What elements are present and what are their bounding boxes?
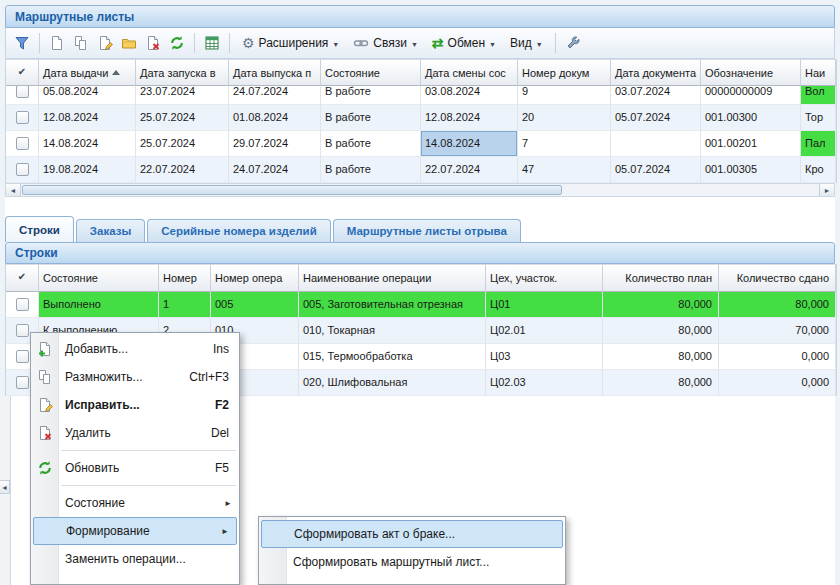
cell[interactable]: 25.07.2024 xyxy=(136,131,229,157)
cell[interactable]: 22.07.2024 xyxy=(136,157,229,183)
row-checkbox[interactable] xyxy=(16,324,29,337)
cell[interactable]: Ц02.03 xyxy=(486,370,603,396)
cell[interactable]: В работе xyxy=(321,105,421,131)
column-header[interactable]: Дата выдачи xyxy=(39,59,136,86)
context-menu-item[interactable]: УдалитьDel xyxy=(31,419,239,447)
row-checkbox[interactable] xyxy=(16,163,29,176)
cell[interactable]: 001.00201 xyxy=(701,131,801,157)
cell[interactable]: 015, Термообработка xyxy=(299,344,486,370)
cell[interactable]: В работе xyxy=(321,131,421,157)
cell[interactable]: 05.07.2024 xyxy=(611,157,701,183)
context-menu-item[interactable]: Сформировать маршрутный лист... xyxy=(259,548,565,576)
column-header[interactable]: Дата смены сос xyxy=(421,59,518,86)
cell[interactable]: 12.08.2024 xyxy=(39,105,136,131)
tab-lines[interactable]: Строки xyxy=(5,216,74,242)
cell[interactable]: 1 xyxy=(159,292,211,318)
cell[interactable]: Ц02.01 xyxy=(486,318,603,344)
cell[interactable]: 010, Токарная xyxy=(299,318,486,344)
column-header[interactable]: Наи xyxy=(801,59,836,86)
context-menu-item[interactable]: Состояние► xyxy=(31,489,239,517)
cell[interactable]: 24.07.2024 xyxy=(229,86,321,105)
row-select-cell[interactable] xyxy=(6,292,39,318)
cell[interactable]: 19.08.2024 xyxy=(39,157,136,183)
delete-document-button[interactable] xyxy=(141,31,165,55)
row-checkbox[interactable] xyxy=(16,86,29,98)
column-header[interactable]: Дата выпуска п xyxy=(229,59,321,86)
excel-export-button[interactable] xyxy=(200,31,224,55)
cell[interactable]: В работе xyxy=(321,86,421,105)
cell[interactable]: Вол xyxy=(801,86,836,105)
edit-document-button[interactable] xyxy=(93,31,117,55)
column-header[interactable]: Дата документа xyxy=(611,59,701,86)
column-header[interactable]: Состояние xyxy=(321,59,421,86)
cell[interactable]: 05.07.2024 xyxy=(611,105,701,131)
row-select-cell[interactable] xyxy=(6,157,39,183)
context-menu-item[interactable]: ОбновитьF5 xyxy=(31,454,239,482)
column-header[interactable]: Количество сдано xyxy=(719,264,836,292)
cell[interactable]: 01.08.2024 xyxy=(229,105,321,131)
cell[interactable]: 001.00300 xyxy=(701,105,801,131)
context-menu-item[interactable]: Заменить операции... xyxy=(31,545,239,573)
column-header[interactable]: Состояние xyxy=(39,264,159,292)
cell[interactable]: 05.08.2024 xyxy=(39,86,136,105)
cell[interactable]: 29.07.2024 xyxy=(229,131,321,157)
column-header[interactable]: Наименование операции xyxy=(299,264,486,292)
cell[interactable]: 005 xyxy=(211,292,299,318)
context-menu-item[interactable]: Формирование► xyxy=(33,517,237,545)
refresh-button[interactable] xyxy=(165,31,189,55)
cell[interactable]: 14.08.2024 xyxy=(421,131,518,157)
scroll-left-icon[interactable]: ◄ xyxy=(6,184,21,196)
cell[interactable]: В работе xyxy=(321,157,421,183)
row-select-cell[interactable] xyxy=(6,131,39,157)
cell[interactable]: 80,000 xyxy=(603,292,719,318)
column-header[interactable]: Номер докум xyxy=(518,59,611,86)
table-row[interactable]: 05.08.202423.07.202424.07.2024В работе03… xyxy=(6,86,836,105)
cell[interactable]: 020, Шлифовальная xyxy=(299,370,486,396)
tab-orders[interactable]: Заказы xyxy=(76,219,145,242)
exchange-menu-button[interactable]: ⇄Обмен▼ xyxy=(425,33,503,54)
column-header[interactable]: ✔ xyxy=(6,59,39,86)
column-header[interactable]: Цех, участок. xyxy=(486,264,603,292)
context-menu-item[interactable]: Добавить...Ins xyxy=(31,335,239,363)
cell[interactable]: Ц03 xyxy=(486,344,603,370)
cell[interactable]: 12.08.2024 xyxy=(421,105,518,131)
row-select-cell[interactable] xyxy=(6,105,39,131)
column-header[interactable]: Номер xyxy=(159,264,211,292)
row-select-cell[interactable] xyxy=(6,86,39,105)
row-checkbox[interactable] xyxy=(16,111,29,124)
scroll-right-icon[interactable]: ► xyxy=(819,184,834,196)
table-row[interactable]: 12.08.202425.07.202401.08.2024В работе12… xyxy=(6,105,836,131)
context-menu-item[interactable]: Сформировать акт о браке... xyxy=(261,520,563,548)
new-document-button[interactable] xyxy=(45,31,69,55)
cell[interactable]: 80,000 xyxy=(603,370,719,396)
cell[interactable]: 0,000 xyxy=(719,370,836,396)
cell[interactable]: 70,000 xyxy=(719,318,836,344)
table-row[interactable]: 14.08.202425.07.202429.07.2024В работе14… xyxy=(6,131,836,157)
cell[interactable]: 001.00305 xyxy=(701,157,801,183)
settings-wrench-button[interactable] xyxy=(561,31,585,55)
row-checkbox[interactable] xyxy=(16,376,29,389)
cell[interactable]: 14.08.2024 xyxy=(39,131,136,157)
cell[interactable]: 22.07.2024 xyxy=(421,157,518,183)
open-folder-button[interactable] xyxy=(117,31,141,55)
cell[interactable]: Выполнено xyxy=(39,292,159,318)
cell[interactable]: 00000000009 xyxy=(701,86,801,105)
links-menu-button[interactable]: Связи▼ xyxy=(346,32,425,54)
context-menu-item[interactable]: Размножить...Ctrl+F3 xyxy=(31,363,239,391)
cell[interactable]: 03.08.2024 xyxy=(421,86,518,105)
upper-table-hscrollbar[interactable]: ◄ ► xyxy=(5,183,835,197)
cell[interactable]: 23.07.2024 xyxy=(136,86,229,105)
scroll-arrow-icon[interactable]: ◄ xyxy=(0,480,10,494)
row-checkbox[interactable] xyxy=(16,350,29,363)
row-checkbox[interactable] xyxy=(16,137,29,150)
view-menu-button[interactable]: Вид▼ xyxy=(503,33,550,53)
hscrollbar-thumb[interactable] xyxy=(22,185,562,195)
cell[interactable]: 80,000 xyxy=(719,292,836,318)
cell[interactable] xyxy=(611,131,701,157)
context-menu-item[interactable]: Исправить...F2 xyxy=(31,391,239,419)
column-header[interactable]: Обозначение xyxy=(701,59,801,86)
cell[interactable]: 25.07.2024 xyxy=(136,105,229,131)
cell[interactable]: 80,000 xyxy=(603,318,719,344)
cell[interactable]: 7 xyxy=(518,131,611,157)
table-row[interactable]: Выполнено1005005, Заготовительная отрезн… xyxy=(6,292,836,318)
